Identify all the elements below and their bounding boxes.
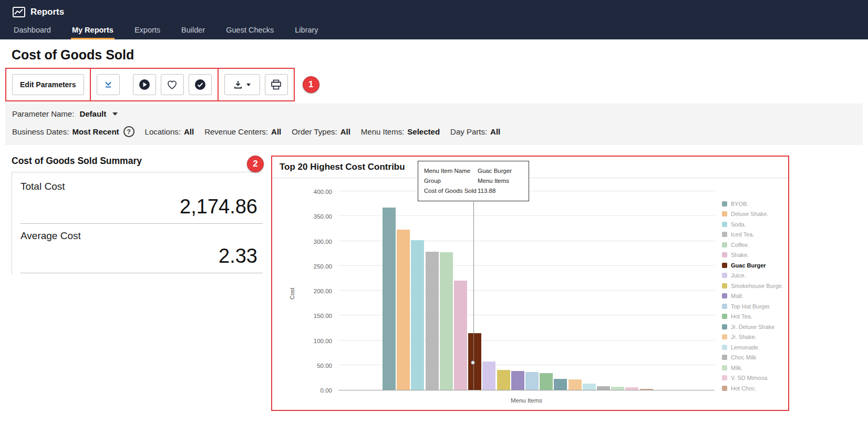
- bar-v-sd-mimosa[interactable]: [625, 387, 638, 390]
- filter-revenue-centers: Revenue Centers:All: [204, 127, 281, 136]
- legend-swatch: [722, 386, 727, 391]
- bar-jr-deluxe-shake[interactable]: [554, 379, 567, 390]
- legend-item-byob[interactable]: BYOB.: [722, 199, 783, 209]
- legend-item-malt[interactable]: Malt.: [722, 291, 783, 302]
- bar-juice[interactable]: [482, 362, 495, 390]
- bar-byob[interactable]: [383, 208, 396, 390]
- edit-parameters-button[interactable]: Edit Parameters: [12, 74, 84, 95]
- nav-item-library[interactable]: Library: [294, 21, 319, 39]
- nav-item-dashboard[interactable]: Dashboard: [13, 21, 52, 39]
- toolbar-segment-3: [218, 69, 294, 100]
- legend-swatch: [722, 263, 727, 268]
- legend-label: BYOB.: [731, 201, 749, 207]
- tooltip-value: Menu Items: [478, 176, 509, 186]
- bar-top-hat-burger[interactable]: [525, 372, 539, 390]
- legend-item-jr-deluxe-shake[interactable]: Jr. Deluxe Shake: [722, 322, 783, 332]
- y-tick-label: 400.00: [302, 189, 332, 195]
- legend-label: Jr. Deluxe Shake: [731, 324, 774, 330]
- summary-title: Cost of Goods Sold Summary: [12, 156, 263, 167]
- favorite-button[interactable]: [161, 74, 184, 95]
- filter-value: All: [271, 127, 281, 136]
- legend-label: Hot Tea.: [731, 313, 752, 320]
- parameter-name-value[interactable]: Default: [79, 109, 106, 118]
- bar-milk[interactable]: [611, 387, 624, 390]
- legend-item-iced-tea[interactable]: Iced Tea.: [722, 230, 783, 240]
- filter-label: Business Dates:: [12, 127, 69, 136]
- filter-label: Revenue Centers:: [204, 127, 268, 136]
- metric-label-total-cost: Total Cost: [20, 181, 263, 192]
- summary-metrics: Total Cost2,174.86Average Cost2.33: [12, 172, 263, 274]
- legend-item-choc-milk[interactable]: Choc Milk: [722, 353, 783, 363]
- check-circle-icon: [194, 79, 206, 90]
- nav-item-builder[interactable]: Builder: [180, 21, 206, 39]
- bar-iced-tea[interactable]: [426, 252, 439, 390]
- y-tick-label: 0.00: [302, 387, 332, 394]
- nav-item-my-reports[interactable]: My Reports: [71, 21, 115, 39]
- summary-section: Cost of Goods Sold Summary Total Cost2,1…: [12, 156, 263, 411]
- legend-item-hot-choc[interactable]: Hot Choc.: [722, 383, 783, 394]
- main-content: Cost of Goods Sold Summary Total Cost2,1…: [0, 145, 868, 411]
- legend-label: Malt.: [731, 293, 743, 299]
- approve-button[interactable]: [189, 74, 212, 95]
- legend-label: V. SD Mimosa: [731, 375, 767, 381]
- toolbar-segment-2: [90, 69, 218, 100]
- run-play-circle-icon: [139, 79, 150, 90]
- legend-item-milk[interactable]: Milk.: [722, 363, 783, 373]
- toolbar-annotation-box: Edit Parameters: [5, 68, 295, 101]
- toolbar-segment-1: Edit Parameters: [6, 69, 90, 100]
- legend-item-hot-tea[interactable]: Hot Tea.: [722, 312, 783, 322]
- legend-item-soda[interactable]: Soda.: [722, 219, 783, 230]
- help-icon[interactable]: ?: [123, 126, 135, 137]
- legend-item-jr-shake[interactable]: Jr. Shake.: [722, 332, 783, 343]
- tooltip-label: Group: [424, 176, 478, 186]
- bar-deluxe-shake[interactable]: [397, 230, 410, 390]
- legend-item-lemonade[interactable]: Lemonade.: [722, 342, 783, 353]
- tooltip-value: Guac Burger: [478, 166, 512, 176]
- legend-swatch: [722, 365, 727, 370]
- legend-swatch: [722, 201, 727, 207]
- parameters-panel: Parameter Name: Default Business Dates:M…: [5, 104, 863, 145]
- legend-swatch: [722, 324, 727, 329]
- legend-item-guac-burger[interactable]: Guac Burger: [722, 260, 783, 271]
- download-button[interactable]: [224, 74, 260, 95]
- printer-icon: [271, 79, 282, 90]
- legend-item-v-sd-mimosa[interactable]: V. SD Mimosa: [722, 373, 783, 384]
- x-axis-label: Menu Items: [338, 397, 715, 404]
- bar-soda[interactable]: [411, 240, 424, 390]
- y-axis-label: Cost: [289, 287, 295, 300]
- filter-business-dates: Business Dates:Most Recent?: [12, 126, 135, 137]
- bar-hot-tea[interactable]: [540, 373, 553, 390]
- bar-lemonade[interactable]: [583, 384, 596, 390]
- bar-jr-shake[interactable]: [569, 379, 582, 390]
- bar-choc-milk[interactable]: [597, 386, 610, 390]
- legend-swatch: [722, 355, 727, 360]
- legend-item-smokehouse-burge[interactable]: Smokehouse Burge.: [722, 281, 783, 291]
- chart-legend: BYOB.Deluxe Shake.Soda.Iced Tea.Coffee.S…: [722, 199, 783, 394]
- bar-hot-choc[interactable]: [640, 389, 653, 390]
- bar-shake[interactable]: [454, 281, 467, 390]
- legend-item-deluxe-shake[interactable]: Deluxe Shake.: [722, 209, 783, 220]
- tooltip-row: Cost of Goods Sold113.88: [424, 186, 523, 196]
- legend-item-coffee[interactable]: Coffee.: [722, 240, 783, 250]
- legend-swatch: [722, 314, 727, 319]
- legend-item-shake[interactable]: Shake.: [722, 250, 783, 261]
- collapse-button[interactable]: [97, 74, 120, 95]
- filter-locations: Locations:All: [145, 127, 194, 136]
- legend-item-top-hat-burger[interactable]: Top Hat Burger.: [722, 301, 783, 312]
- run-report-button[interactable]: [133, 74, 156, 95]
- legend-swatch: [722, 232, 727, 237]
- page-title: Cost of Goods Sold: [12, 47, 868, 63]
- bar-coffee[interactable]: [440, 252, 453, 390]
- legend-label: Deluxe Shake.: [731, 211, 769, 217]
- nav-item-exports[interactable]: Exports: [133, 21, 161, 39]
- legend-label: Top Hat Burger.: [731, 303, 771, 310]
- parameter-name-dropdown-icon[interactable]: [112, 112, 118, 116]
- legend-swatch: [722, 211, 727, 217]
- print-button[interactable]: [265, 74, 288, 95]
- bar-smokehouse-burge[interactable]: [497, 370, 510, 390]
- legend-item-juice[interactable]: Juice.: [722, 271, 783, 281]
- filter-value: All: [184, 127, 194, 136]
- legend-swatch: [722, 222, 727, 227]
- bar-malt[interactable]: [511, 371, 524, 390]
- nav-item-guest-checks[interactable]: Guest Checks: [225, 21, 275, 39]
